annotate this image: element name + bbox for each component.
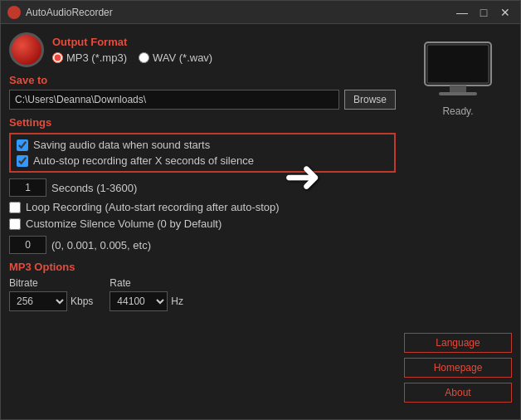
rate-unit: Hz [171, 295, 183, 307]
save-row: Browse [9, 90, 396, 110]
title-bar: AutoAudioRecorder — □ ✕ [1, 1, 520, 24]
auto-stop-label: Auto-stop recording after X seconds of s… [33, 154, 254, 167]
silence-volume-item[interactable]: Customize Silence Volume (0 by Default) [9, 217, 396, 230]
window-controls: — □ ✕ [454, 4, 514, 21]
language-button[interactable]: Language [404, 333, 512, 353]
mp3-radio[interactable] [52, 52, 63, 63]
saving-audio-checkbox[interactable] [17, 139, 28, 151]
mp3-radio-item[interactable]: MP3 (*.mp3) [52, 51, 127, 64]
loop-recording-item[interactable]: Loop Recording (Auto-start recording aft… [9, 201, 396, 213]
bitrate-select[interactable]: 128 192 256 320 [9, 291, 67, 311]
seconds-hint: Seconds (1-3600) [51, 182, 137, 194]
bitrate-unit: Kbps [71, 295, 93, 307]
seconds-input[interactable] [9, 178, 46, 197]
status-text: Ready. [442, 105, 473, 117]
mp3-section: MP3 Options Bitrate 128 192 256 320 Kbps [9, 261, 396, 311]
about-button[interactable]: About [404, 383, 512, 403]
app-icon [7, 6, 21, 19]
saving-audio-checkbox-item[interactable]: Saving audio data when sound starts [17, 139, 388, 151]
save-section: Save to Browse [9, 74, 396, 110]
settings-label: Settings [9, 116, 396, 129]
record-button[interactable] [9, 32, 44, 67]
wav-radio[interactable] [139, 52, 149, 63]
bitrate-label: Bitrate [9, 277, 93, 289]
silence-input-row: (0, 0.001, 0.005, etc) [9, 236, 396, 254]
rate-select[interactable]: 22050 44100 48000 [110, 291, 168, 311]
close-button[interactable]: ✕ [497, 4, 514, 21]
homepage-button[interactable]: Homepage [404, 358, 512, 378]
minimize-button[interactable]: — [454, 4, 470, 21]
left-panel: Output Format MP3 (*.mp3) WAV (*.wav) [9, 32, 396, 411]
saving-audio-label: Saving audio data when sound starts [33, 139, 210, 151]
radio-group: MP3 (*.mp3) WAV (*.wav) [52, 51, 212, 64]
rate-field: Rate 22050 44100 48000 Hz [110, 277, 183, 311]
svg-rect-3 [439, 92, 477, 95]
main-content: Output Format MP3 (*.mp3) WAV (*.wav) [1, 24, 520, 419]
mp3-row: Bitrate 128 192 256 320 Kbps Rat [9, 277, 396, 311]
auto-stop-checkbox-item[interactable]: Auto-stop recording after X seconds of s… [17, 154, 388, 167]
browse-button[interactable]: Browse [344, 90, 396, 110]
output-format-label: Output Format [52, 36, 212, 48]
seconds-row: Seconds (1-3600) [9, 178, 396, 197]
rate-select-row: 22050 44100 48000 Hz [110, 291, 183, 311]
save-to-label: Save to [9, 74, 396, 86]
format-options: Output Format MP3 (*.mp3) WAV (*.wav) [52, 36, 212, 64]
maximize-button[interactable]: □ [475, 4, 492, 21]
settings-section: Settings Saving audio data when sound st… [9, 116, 396, 254]
arrow-icon: ➜ [284, 154, 321, 198]
mp3-options-label: MP3 Options [9, 261, 396, 273]
right-buttons: Language Homepage About [404, 333, 512, 411]
svg-rect-2 [450, 85, 466, 92]
silence-hint: (0, 0.001, 0.005, etc) [51, 239, 151, 252]
silence-volume-label: Customize Silence Volume (0 by Default) [26, 217, 222, 230]
wav-label: WAV (*.wav) [153, 51, 212, 64]
silence-input[interactable] [9, 236, 46, 254]
settings-box: Saving audio data when sound starts Auto… [9, 133, 396, 173]
silence-volume-checkbox[interactable] [9, 218, 21, 230]
right-panel: Ready. ➜ Language Homepage About [404, 32, 512, 411]
mp3-label: MP3 (*.mp3) [66, 51, 127, 64]
loop-recording-checkbox[interactable] [9, 202, 21, 213]
svg-rect-1 [427, 45, 489, 83]
output-format-section: Output Format MP3 (*.mp3) WAV (*.wav) [9, 32, 396, 67]
window-title: AutoAudioRecorder [26, 7, 454, 18]
rate-label: Rate [110, 277, 183, 289]
bitrate-select-row: 128 192 256 320 Kbps [9, 291, 93, 311]
auto-stop-checkbox[interactable] [17, 155, 28, 167]
monitor-icon [421, 41, 495, 99]
loop-recording-label: Loop Recording (Auto-start recording aft… [26, 201, 280, 213]
wav-radio-item[interactable]: WAV (*.wav) [139, 51, 212, 64]
bitrate-field: Bitrate 128 192 256 320 Kbps [9, 277, 93, 311]
main-window: AutoAudioRecorder — □ ✕ Output Format MP… [0, 0, 521, 420]
path-input[interactable] [9, 90, 339, 110]
